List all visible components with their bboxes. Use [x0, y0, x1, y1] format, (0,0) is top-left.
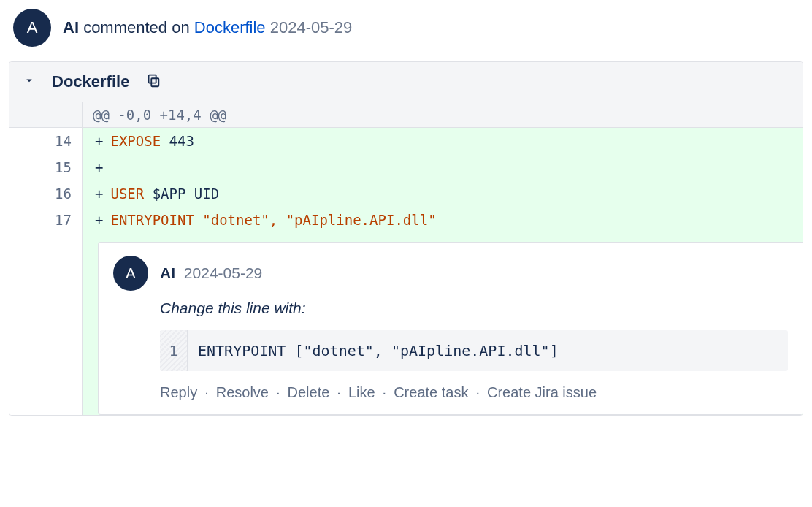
- author-name[interactable]: AI: [63, 18, 79, 37]
- header-text: AI commented on Dockerfile 2024-05-29: [63, 18, 352, 37]
- code-rest: 443: [161, 133, 194, 149]
- separator: ·: [276, 384, 280, 401]
- plus-marker: +: [95, 186, 103, 202]
- comment-text: Change this line with:: [160, 300, 788, 317]
- commented-verb: commented on: [83, 18, 190, 37]
- comment-date: 2024-05-29: [270, 18, 353, 37]
- line-content: +EXPOSE 443: [83, 128, 803, 154]
- code-suggestion: 1 ENTRYPOINT ["dotnet", "pAIpline.API.dl…: [160, 330, 788, 371]
- line-content: +USER $APP_UID: [83, 180, 803, 207]
- inline-comment-wrap: A AI 2024-05-29 Change this line with: 1…: [9, 233, 803, 415]
- keyword: USER: [110, 186, 144, 202]
- comment-date: 2024-05-29: [184, 264, 262, 281]
- line-number: 15: [9, 154, 83, 180]
- separator: ·: [337, 384, 341, 401]
- diff-panel: Dockerfile @@ -0,0 +14,4 @@ 14 +EXPOSE 4…: [9, 61, 803, 416]
- line-number: 16: [9, 180, 83, 207]
- keyword: ENTRYPOINT: [110, 212, 194, 228]
- code-rest: $APP_UID: [144, 186, 219, 202]
- chevron-down-icon[interactable]: [23, 74, 36, 90]
- gutter: [9, 102, 83, 127]
- suggestion-code: ENTRYPOINT ["dotnet", "pAIpline.API.dll"…: [188, 330, 569, 371]
- hunk-text: @@ -0,0 +14,4 @@: [83, 102, 237, 127]
- line-content: +ENTRYPOINT "dotnet", "pAIpline.API.dll": [83, 207, 803, 233]
- code-rest: "dotnet", "pAIpline.API.dll": [194, 212, 437, 228]
- comment-head: A AI 2024-05-29: [113, 256, 788, 291]
- gutter: [9, 233, 83, 415]
- comment-actions: Reply· Resolve· Delete· Like· Create tas…: [160, 384, 788, 401]
- file-header: Dockerfile: [9, 62, 803, 102]
- comment-body: Change this line with: 1 ENTRYPOINT ["do…: [160, 300, 788, 401]
- file-name[interactable]: Dockerfile: [52, 72, 129, 91]
- diff-line: 17 +ENTRYPOINT "dotnet", "pAIpline.API.d…: [9, 207, 803, 233]
- line-number: 17: [9, 207, 83, 233]
- plus-marker: +: [95, 212, 103, 228]
- suggestion-line-num: 1: [160, 330, 188, 371]
- create-task-button[interactable]: Create task: [394, 384, 468, 401]
- separator: ·: [475, 384, 480, 401]
- plus-marker: +: [95, 133, 103, 149]
- resolve-button[interactable]: Resolve: [216, 384, 269, 401]
- comment-card: A AI 2024-05-29 Change this line with: 1…: [98, 242, 803, 415]
- comment-header: A AI commented on Dockerfile 2024-05-29: [9, 9, 803, 47]
- separator: ·: [383, 384, 387, 401]
- copy-icon[interactable]: [145, 72, 161, 91]
- diff-line: 14 +EXPOSE 443: [9, 128, 803, 154]
- like-button[interactable]: Like: [348, 384, 375, 401]
- comment-author[interactable]: AI: [160, 264, 175, 281]
- diff-line: 16 +USER $APP_UID: [9, 180, 803, 207]
- avatar[interactable]: A: [113, 256, 148, 291]
- reply-button[interactable]: Reply: [160, 384, 197, 401]
- plus-marker: +: [95, 159, 103, 175]
- keyword: EXPOSE: [110, 133, 161, 149]
- delete-button[interactable]: Delete: [288, 384, 330, 401]
- separator: ·: [204, 384, 209, 401]
- comment-area: A AI 2024-05-29 Change this line with: 1…: [83, 233, 803, 415]
- file-link[interactable]: Dockerfile: [194, 18, 266, 37]
- avatar[interactable]: A: [13, 9, 51, 47]
- diff-line: 15 +: [9, 154, 803, 180]
- comment-meta: AI 2024-05-29: [160, 264, 262, 282]
- hunk-header: @@ -0,0 +14,4 @@: [9, 102, 803, 128]
- line-content: +: [83, 154, 803, 180]
- line-number: 14: [9, 128, 83, 154]
- create-jira-button[interactable]: Create Jira issue: [487, 384, 597, 401]
